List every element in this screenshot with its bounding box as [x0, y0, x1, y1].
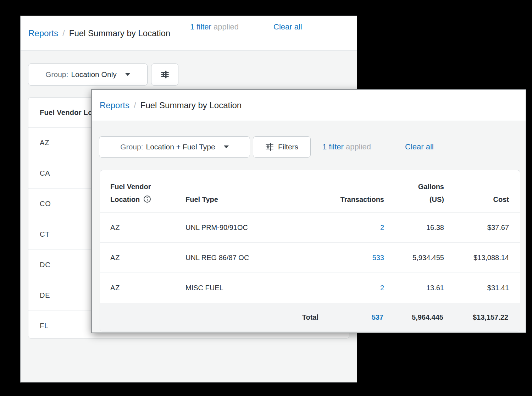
header-line-2: (US) [430, 196, 444, 203]
column-header-fuel-type[interactable]: Fuel Type [185, 193, 299, 212]
filter-applied-text: applied [346, 142, 371, 152]
total-cost-value: $13,157.22 [473, 303, 508, 331]
cell-transactions-link[interactable]: 533 [299, 254, 384, 262]
header-line-2: Location [110, 196, 140, 203]
sliders-icon [265, 143, 274, 151]
header-line-1: Gallons [418, 183, 444, 191]
filter-count-link[interactable]: 1 filter [322, 142, 344, 152]
column-header-transactions[interactable]: Transactions [299, 193, 384, 212]
breadcrumb-separator: / [62, 28, 65, 38]
clear-all-link[interactable]: Clear all [405, 142, 434, 152]
table-header-row: Fuel Vendor Location Fuel Type Transacti… [100, 170, 520, 213]
report-window-location-fuel-type: Reports / Fuel Summary by Location Group… [92, 89, 526, 333]
group-dropdown-value: Location + Fuel Type [146, 143, 215, 151]
cell-gallons: 5,934.455 [384, 254, 444, 262]
table-total-row: Total 537 5,964.445 $13,157.22 [100, 303, 520, 331]
fuel-type-summary-table: Fuel Vendor Location Fuel Type Transacti… [100, 170, 520, 331]
breadcrumb-reports-link[interactable]: Reports [100, 100, 129, 110]
filters-icon-button[interactable] [151, 64, 178, 86]
table-row[interactable]: AZ UNL REG 86/87 OC 533 5,934.455 $13,08… [100, 243, 520, 273]
group-dropdown-label: Group: [45, 70, 68, 78]
breadcrumb-separator: / [134, 100, 136, 110]
filters-button-label: Filters [278, 143, 298, 151]
cell-gallons: 13.61 [384, 284, 444, 292]
column-header-cost[interactable]: Cost [444, 193, 509, 212]
cell-transactions-link[interactable]: 2 [299, 284, 384, 292]
cell-location: AZ [110, 284, 185, 292]
filter-applied-text: applied [214, 22, 239, 32]
cell-gallons: 16.38 [384, 224, 444, 232]
table-row[interactable]: AZ MISC FUEL 2 13.61 $31.41 [100, 273, 520, 303]
column-header-fuel-vendor-location[interactable]: Fuel Vendor Location [110, 180, 185, 212]
page-title: Fuel Summary by Location [140, 100, 242, 110]
total-gallons-value: 5,964.445 [412, 303, 443, 331]
header-line-1: Fuel Vendor [110, 183, 151, 191]
group-dropdown[interactable]: Group:Location + Fuel Type [99, 136, 250, 158]
total-label: Total [302, 303, 318, 331]
info-icon[interactable] [143, 195, 151, 203]
desktop-background: Reports / Fuel Summary by Location Group… [0, 0, 532, 396]
filters-button[interactable]: Filters [253, 136, 311, 158]
filter-applied-status: 1 filter applied [322, 136, 371, 158]
clear-all-wrap: Clear all [405, 136, 434, 158]
cell-cost: $13,088.14 [444, 254, 509, 262]
cell-location: AZ [110, 254, 185, 262]
table-row[interactable]: AZ UNL PRM-90/91OC 2 16.38 $37.67 [100, 213, 520, 243]
column-header-gallons[interactable]: Gallons (US) [384, 180, 444, 212]
cell-fuel-type: UNL REG 86/87 OC [185, 254, 299, 262]
cell-fuel-type: UNL PRM-90/91OC [185, 224, 299, 232]
total-transactions-link[interactable]: 537 [372, 303, 383, 331]
sliders-icon [161, 70, 169, 79]
group-dropdown-label: Group: [120, 143, 143, 151]
cell-location: AZ [110, 224, 185, 232]
breadcrumb-reports-link[interactable]: Reports [28, 28, 58, 38]
chevron-down-icon [224, 145, 229, 148]
cell-cost: $37.67 [444, 224, 509, 232]
breadcrumb: Reports / Fuel Summary by Location [92, 90, 526, 121]
cell-cost: $31.41 [444, 284, 509, 292]
cell-transactions-link[interactable]: 2 [299, 224, 384, 232]
cell-fuel-type: MISC FUEL [185, 284, 299, 292]
